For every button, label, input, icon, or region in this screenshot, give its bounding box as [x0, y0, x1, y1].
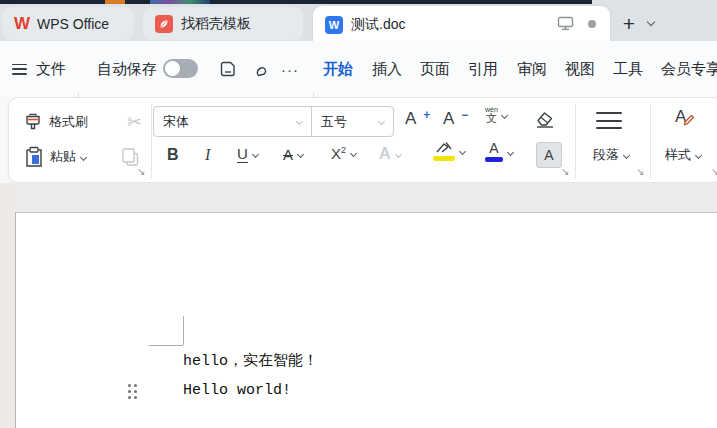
copy-button[interactable]	[119, 146, 141, 168]
font-color-button[interactable]: A	[485, 142, 513, 162]
highlight-swatch	[433, 156, 455, 161]
menu-tab-insert[interactable]: 插入	[372, 55, 402, 83]
menu-bar: 文件 自动保存 ··· 开始 插入 页面 引用 审阅 视图 工具 会员专享	[0, 41, 717, 97]
format-painter-button[interactable]: 格式刷	[23, 108, 88, 136]
undo-button[interactable]	[251, 59, 271, 79]
tab-docer-templates[interactable]: 找稻壳模板	[143, 7, 303, 40]
group-divider	[650, 104, 651, 178]
document-workspace	[0, 183, 717, 428]
file-menu[interactable]: 文件	[36, 55, 66, 83]
character-shading-glyph: A	[536, 142, 562, 168]
format-painter-label: 格式刷	[49, 113, 88, 131]
phonetic-guide-button[interactable]: wén 文	[485, 106, 507, 124]
menu-tab-member[interactable]: 会员专享	[661, 55, 717, 83]
paragraph-settings-icon-button[interactable]	[596, 112, 622, 129]
tab-document-active[interactable]: W 测试.doc	[313, 6, 610, 43]
styles-icon-button[interactable]: A	[675, 107, 686, 127]
chevron-down-icon	[695, 151, 702, 158]
chevron-down-icon	[459, 147, 466, 154]
ribbon: 格式刷 ✂ 宋体 五号 A+ A− wén 文	[8, 97, 717, 183]
eraser-icon	[533, 108, 557, 130]
menu-tab-home[interactable]: 开始	[323, 55, 353, 83]
font-dialog-launcher[interactable]: ↘	[561, 167, 569, 177]
superscript-glyph: X2	[331, 145, 346, 162]
menu-tab-page[interactable]: 页面	[420, 55, 450, 83]
new-tab-button[interactable]: +	[616, 10, 642, 38]
tab-label: WPS Office	[37, 16, 109, 32]
text-effects-glyph: A	[379, 145, 391, 163]
styles-menu-button[interactable]: 样式	[665, 146, 701, 164]
highlight-color-button[interactable]	[433, 141, 465, 161]
pencil-icon	[682, 113, 696, 127]
styles-dialog-launcher[interactable]: ↘	[711, 167, 717, 177]
menu-tab-view[interactable]: 视图	[565, 55, 595, 83]
menu-tab-review[interactable]: 审阅	[517, 55, 547, 83]
underline-button[interactable]: U	[237, 146, 258, 163]
underline-glyph: U	[237, 146, 248, 163]
save-button[interactable]	[218, 59, 238, 79]
font-size-value: 五号	[321, 113, 347, 131]
document-text-line-1[interactable]: hello，实在智能！	[183, 351, 318, 370]
tab-label: 找稻壳模板	[181, 15, 251, 33]
paragraph-lines-icon	[596, 112, 622, 129]
chevron-down-icon	[395, 150, 402, 157]
increase-font-size-button[interactable]: A+	[405, 110, 430, 127]
main-menu-button[interactable]	[12, 55, 27, 83]
document-page[interactable]	[15, 212, 717, 428]
unsaved-dot-icon	[588, 20, 596, 28]
paste-label: 粘贴	[50, 148, 76, 166]
plus-sign: +	[423, 110, 430, 120]
margin-crop-mark-vertical	[183, 316, 184, 345]
monitor-icon[interactable]	[557, 16, 574, 31]
autosave-label: 自动保存	[97, 55, 157, 83]
strikethrough-button[interactable]: A	[283, 146, 303, 163]
paste-button[interactable]: 粘贴	[23, 145, 86, 169]
tab-bar: W WPS Office 找稻壳模板 W 测试.doc	[0, 4, 717, 41]
tab-wps-office[interactable]: W WPS Office	[2, 7, 134, 40]
hamburger-icon	[12, 64, 27, 75]
font-color-swatch	[485, 157, 503, 162]
margin-crop-mark-horizontal	[149, 345, 183, 346]
paragraph-drag-handle-icon[interactable]	[126, 382, 139, 400]
font-name-select[interactable]: 宋体	[154, 107, 312, 136]
chevron-down-icon	[378, 118, 385, 125]
menu-tab-references[interactable]: 引用	[468, 55, 498, 83]
clipboard-dialog-launcher[interactable]: ↘	[137, 167, 145, 177]
paragraph-dialog-launcher[interactable]: ↘	[636, 167, 644, 177]
superscript-button[interactable]: X2	[331, 145, 356, 162]
letter-glyph: A	[405, 110, 416, 127]
cut-button[interactable]: ✂	[127, 108, 142, 136]
wps-logo-icon: W	[14, 14, 29, 34]
chevron-down-icon	[623, 151, 630, 158]
italic-button[interactable]: I	[205, 146, 210, 164]
menu-tab-tools[interactable]: 工具	[613, 55, 643, 83]
letter-glyph: A	[443, 110, 454, 127]
chevron-down-icon	[501, 111, 508, 118]
font-name-value: 宋体	[163, 113, 189, 131]
font-controls: 宋体 五号	[153, 106, 394, 137]
styles-pencil-icon: A	[675, 107, 686, 127]
autosave-toggle[interactable]	[163, 59, 198, 78]
document-text-line-2[interactable]: Hello world!	[183, 382, 291, 399]
character-shading-button[interactable]: A	[536, 142, 562, 168]
leaf-glyph	[158, 18, 170, 30]
styles-label: 样式	[665, 146, 691, 164]
chevron-down-icon	[350, 150, 357, 157]
decrease-font-size-button[interactable]: A−	[443, 110, 468, 127]
tab-list-chevron-down-icon[interactable]	[647, 18, 655, 26]
group-divider	[575, 104, 576, 178]
phonetic-guide-icon: wén 文	[485, 106, 498, 124]
chevron-down-icon	[80, 153, 87, 160]
undo-icon	[251, 59, 271, 79]
highlighter-icon	[433, 141, 455, 161]
paragraph-menu-button[interactable]: 段落	[593, 146, 629, 164]
bold-button[interactable]: B	[167, 146, 179, 164]
tab-label: 测试.doc	[351, 16, 405, 34]
toggle-knob	[165, 61, 180, 76]
chevron-down-icon	[297, 151, 304, 158]
more-commands-button[interactable]: ···	[281, 55, 299, 83]
strikethrough-glyph: A	[283, 146, 293, 163]
text-effects-button[interactable]: A	[379, 145, 401, 163]
font-size-select[interactable]: 五号	[312, 107, 393, 136]
clear-formatting-button[interactable]	[533, 108, 557, 130]
